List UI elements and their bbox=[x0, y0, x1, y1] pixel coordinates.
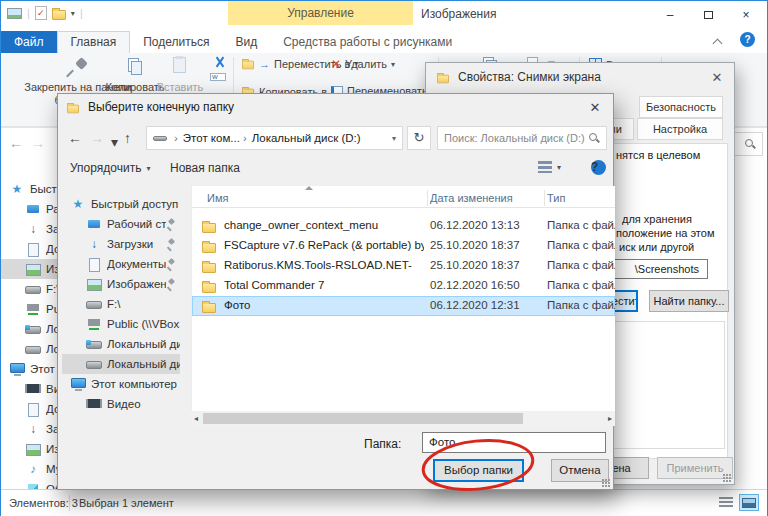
select-folder-button[interactable]: Выбор папки bbox=[433, 459, 524, 482]
ribbon-tab[interactable]: Поделиться bbox=[130, 31, 222, 53]
file-type: Папка с файлами bbox=[547, 279, 615, 291]
drive-icon bbox=[153, 136, 167, 141]
qat-dropdown-icon[interactable]: ▾ bbox=[71, 9, 75, 18]
file-row[interactable]: Фото 06.12.2020 12:31 Папка с файлами bbox=[192, 296, 615, 316]
sidebar-item-label: Изображения bbox=[107, 278, 166, 290]
sidebar-item[interactable]: Локальный диск bbox=[62, 334, 180, 354]
file-name: change_owner_context_menu bbox=[224, 219, 424, 231]
folder-name-input[interactable]: Фото bbox=[422, 432, 606, 453]
dialog-search-input[interactable]: Поиск: Локальный диск (D:) bbox=[437, 126, 607, 150]
cut-icon[interactable] bbox=[213, 56, 227, 69]
chevron-down-icon: ▾ bbox=[146, 164, 150, 173]
scroll-left-icon[interactable]: ◂ bbox=[194, 414, 198, 423]
copy-icon[interactable] bbox=[128, 58, 142, 74]
resize-grip[interactable] bbox=[723, 474, 731, 482]
file-list: Имя Дата изменения Тип change_owner_cont… bbox=[191, 186, 615, 426]
chevron-down-icon[interactable]: ▾ bbox=[392, 134, 396, 143]
column-name[interactable]: Имя bbox=[207, 192, 228, 204]
separator bbox=[69, 495, 70, 511]
pin-icon bbox=[166, 219, 176, 229]
sidebar-item[interactable]: Public (\\VBoxSvr) bbox=[62, 314, 180, 334]
pin-to-quick-access-icon[interactable] bbox=[67, 59, 87, 79]
dialog-help-icon[interactable]: ? bbox=[591, 160, 606, 175]
column-date[interactable]: Дата изменения bbox=[430, 192, 513, 204]
collapse-ribbon-icon[interactable] bbox=[713, 37, 723, 47]
sidebar-item-label: Рабочий стол bbox=[107, 218, 166, 230]
history-dropdown-icon[interactable]: ▾ bbox=[111, 134, 118, 150]
sidebar-item[interactable]: Загрузки bbox=[62, 234, 180, 254]
file-row[interactable]: Total Commander 7 02.12.2020 16:50 Папка… bbox=[192, 276, 615, 296]
folder-icon[interactable] bbox=[52, 10, 66, 20]
sidebar-item-icon bbox=[25, 421, 41, 437]
ribbon-tab[interactable]: Вид bbox=[222, 31, 270, 53]
organize-button[interactable]: Упорядочить ▾ bbox=[70, 161, 150, 175]
sidebar-item-label: Этот компьютер bbox=[91, 378, 180, 390]
ribbon-tab[interactable]: Средства работы с рисунками bbox=[270, 31, 465, 53]
sidebar-item[interactable]: F:\ bbox=[62, 294, 180, 314]
maximize-button[interactable] bbox=[689, 1, 727, 29]
sidebar-item-label: Загрузки bbox=[107, 238, 166, 250]
copy-path-icon[interactable]: W bbox=[210, 73, 226, 81]
pin-icon bbox=[166, 279, 176, 289]
minimize-button[interactable]: – bbox=[651, 1, 689, 29]
sidebar-item-icon bbox=[86, 216, 102, 232]
back-icon[interactable]: ← bbox=[68, 130, 82, 146]
column-type[interactable]: Тип bbox=[547, 192, 565, 204]
tab-security[interactable]: Безопасность bbox=[639, 96, 723, 118]
properties-close-icon[interactable]: ✕ bbox=[700, 63, 734, 91]
file-date: 02.12.2020 16:50 bbox=[430, 279, 520, 291]
dialog-titlebar[interactable]: Выберите конечную папку bbox=[58, 94, 613, 120]
ribbon-tab[interactable]: Файл bbox=[1, 31, 57, 53]
change-view-button[interactable]: ▾ bbox=[538, 161, 561, 173]
sidebar-item[interactable]: Рабочий стол bbox=[62, 214, 180, 234]
sidebar-item[interactable]: Локальный диск bbox=[62, 354, 180, 374]
file-date: 06.12.2020 13:13 bbox=[430, 219, 520, 231]
sidebar-item-icon bbox=[25, 221, 41, 237]
sidebar-item-icon bbox=[25, 241, 41, 257]
breadcrumb-segment[interactable]: Локальный диск (D:) bbox=[240, 132, 361, 144]
column-divider[interactable] bbox=[427, 190, 428, 206]
properties-dialog-titlebar[interactable]: Свойства: Снимки экрана bbox=[426, 63, 734, 91]
sidebar-item[interactable]: Быстрый доступ bbox=[62, 194, 180, 214]
details-view-icon[interactable] bbox=[719, 497, 733, 509]
new-folder-button[interactable]: Новая папка bbox=[170, 161, 240, 175]
up-icon[interactable]: ↑ bbox=[124, 130, 131, 146]
forward-icon: → bbox=[31, 135, 45, 151]
status-bar: Элементов: 3 Выбран 1 элемент bbox=[1, 489, 767, 516]
column-divider[interactable] bbox=[544, 190, 545, 206]
thumbnail-view-icon[interactable] bbox=[739, 494, 759, 511]
find-folder-button[interactable]: Найти папку... bbox=[649, 290, 729, 312]
properties-shortcut-icon[interactable]: ✓ bbox=[35, 6, 47, 20]
back-icon[interactable]: ← bbox=[9, 135, 23, 151]
help-icon[interactable]: ? bbox=[740, 32, 755, 47]
ribbon-tab[interactable]: Главная bbox=[57, 31, 131, 53]
breadcrumb[interactable]: Этот ком...Локальный диск (D:) ▾ bbox=[146, 126, 403, 150]
close-button[interactable]: × bbox=[727, 1, 765, 29]
paste-icon bbox=[173, 57, 186, 73]
resize-grip[interactable] bbox=[602, 479, 610, 487]
breadcrumb-segment[interactable]: Этот ком... bbox=[171, 132, 240, 144]
sidebar-item-label: Быстрый доступ bbox=[91, 198, 180, 210]
folder-name-label: Папка: bbox=[364, 437, 401, 451]
sidebar-item[interactable]: Документы bbox=[62, 254, 180, 274]
delete-button[interactable]: ✕ Удалить ▾ bbox=[331, 57, 395, 71]
tab-customize[interactable]: Настройка bbox=[637, 118, 723, 140]
horizontal-scrollbar[interactable]: ◂ ▸ bbox=[191, 411, 615, 426]
dialog-toolbar: Упорядочить ▾ Новая папка ▾ ? bbox=[58, 154, 613, 184]
file-row[interactable]: change_owner_context_menu 06.12.2020 13:… bbox=[192, 216, 615, 236]
sidebar-item[interactable]: Изображения bbox=[62, 274, 180, 294]
scroll-right-icon[interactable]: ▸ bbox=[608, 414, 612, 423]
scrollbar-thumb[interactable] bbox=[203, 413, 523, 424]
contextual-tab-header: Управление bbox=[228, 1, 413, 25]
ribbon-tabs: ФайлГлавнаяПоделитьсяВидСредства работы … bbox=[1, 31, 767, 53]
refresh-button[interactable]: ↻ bbox=[407, 126, 431, 150]
sidebar-item-icon bbox=[86, 296, 102, 312]
file-row[interactable]: Ratiborus.KMS.Tools-RSLOAD.NET- 25.10.20… bbox=[192, 256, 615, 276]
dialog-cancel-button[interactable]: Отмена bbox=[551, 459, 609, 482]
sidebar-item-icon bbox=[25, 301, 41, 317]
file-row[interactable]: FSCapture v7.6 RePack (& portable) by K.… bbox=[192, 236, 615, 256]
sidebar-item[interactable]: Видео bbox=[62, 394, 180, 414]
sidebar-item[interactable]: Этот компьютер bbox=[62, 374, 180, 394]
sidebar-item-icon bbox=[25, 461, 41, 477]
dialog-close-icon[interactable]: ✕ bbox=[577, 94, 613, 120]
